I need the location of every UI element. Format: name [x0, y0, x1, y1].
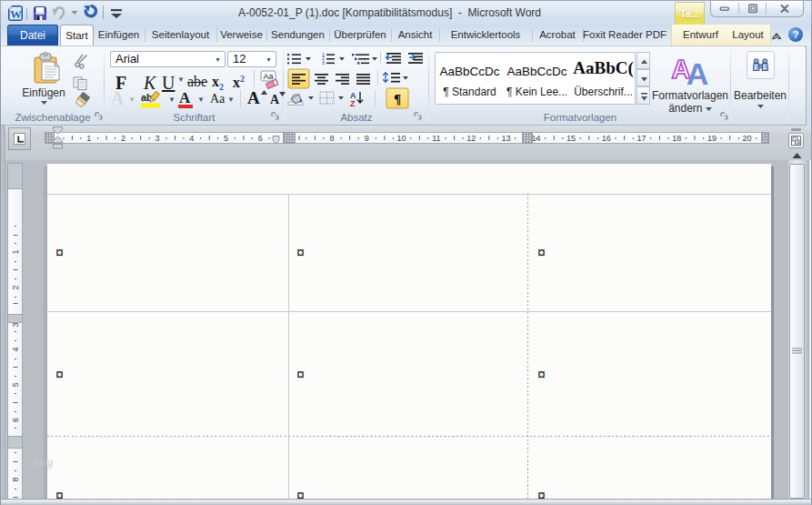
svg-text:4: 4 [11, 347, 20, 351]
svg-text:16: 16 [602, 134, 611, 143]
svg-text:8: 8 [329, 134, 334, 143]
svg-text:18: 18 [672, 134, 681, 143]
svg-text:2: 2 [11, 285, 20, 289]
svg-text:Aa: Aa [263, 72, 273, 81]
svg-text:1: 1 [86, 134, 91, 143]
svg-text:15: 15 [566, 134, 576, 143]
svg-text:17: 17 [637, 134, 646, 143]
svg-text:11: 11 [432, 134, 440, 143]
svg-text:5: 5 [11, 382, 20, 387]
svg-text:6: 6 [11, 418, 20, 422]
svg-text:20: 20 [743, 134, 752, 143]
svg-text:19: 19 [707, 134, 717, 143]
svg-text:A: A [687, 56, 709, 91]
svg-text:13: 13 [501, 134, 510, 143]
svg-text:4: 4 [189, 134, 194, 143]
svg-text:8: 8 [11, 477, 20, 481]
svg-text:3: 3 [11, 322, 20, 327]
svg-text:3: 3 [155, 134, 160, 143]
svg-text:2: 2 [121, 134, 125, 143]
svg-text:12: 12 [466, 134, 476, 143]
svg-text:Z: Z [350, 99, 356, 108]
svg-text:3: 3 [322, 60, 325, 66]
svg-text:10: 10 [397, 134, 406, 143]
svg-text:9: 9 [365, 134, 369, 143]
svg-text:5: 5 [224, 134, 228, 143]
svg-text:6: 6 [258, 134, 263, 143]
svg-text:1: 1 [11, 249, 20, 254]
svg-text:¶: ¶ [394, 92, 401, 106]
